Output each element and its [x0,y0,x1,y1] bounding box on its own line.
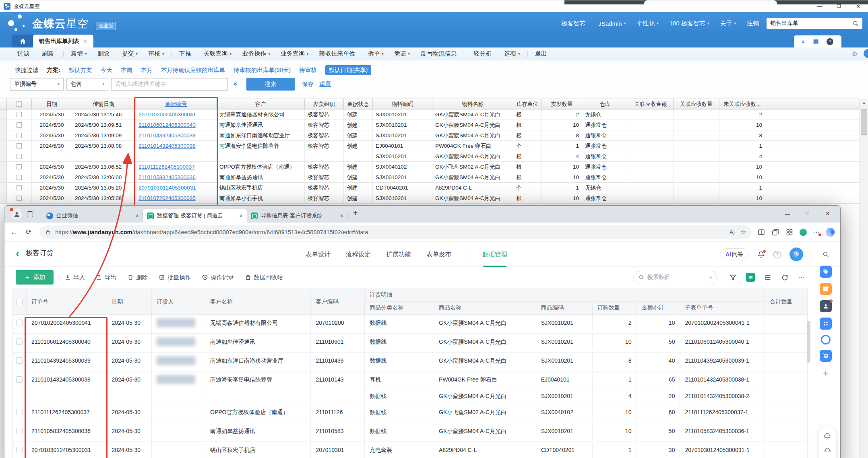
row-checkbox[interactable] [13,371,27,404]
search-icon[interactable] [853,21,859,27]
menu-item[interactable]: 提交 ▾ [117,50,143,58]
menu-item[interactable]: 关联查询 ▾ [198,50,237,58]
browser-tab[interactable]: 企业微信 × [42,209,143,223]
back-chevron-icon[interactable]: ‹ [16,247,19,260]
refresh-icon[interactable]: ⟳ [26,228,31,236]
operation-log-button[interactable]: 操作记录 [202,274,234,281]
table-row[interactable]: 2024/5/30 2024/5/30 13:25:46 20701020024… [0,109,868,120]
save-button[interactable]: 保存 [302,80,314,88]
close-tab-icon[interactable]: ✕ [83,38,88,44]
menu-item[interactable]: 业务操作 ▾ [237,50,275,58]
minimize-icon[interactable]: — [777,206,798,222]
bill-no-link[interactable]: 2110106012405300040 [138,122,196,128]
table-row[interactable]: 2024/5/30 2024/5/30 13:09:51 21101060124… [0,120,868,130]
table-row[interactable]: 2024/5/30 2024/5/30 13:09:09 21101043924… [0,130,868,141]
active-scheme-badge[interactable]: 默认日期(共享) [325,65,372,75]
order-line[interactable]: 数据线 GK小飞鱼SM02 A-C月光白 SJX0040102 10 60 21… [365,404,765,420]
bill-no-link[interactable]: 2110105832405300036 [138,174,196,180]
app-title[interactable]: 极客订货 [26,248,53,260]
browser-tab[interactable]: 导购信息表-客户订货系统 × [247,209,347,223]
close-tab-icon[interactable]: × [340,212,343,219]
header-menu-item[interactable]: 关于 ▾ [720,20,736,27]
nav-item[interactable]: 表单发布 [426,250,451,259]
bill-no-link[interactable]: 2070103012405300031 [138,185,196,191]
read-aloud-icon[interactable]: A) [730,229,735,235]
menu-item[interactable]: 退出 [530,50,554,58]
gear-icon[interactable]: ⚙ [852,50,858,58]
order-line[interactable]: 充电套装 A829PD04 C-L CDT0040201 1 30 207010… [365,442,765,458]
contacts-icon[interactable] [820,300,832,312]
menu-item[interactable]: 获取往来单位 [314,50,362,58]
minimize-icon[interactable]: — [810,0,829,12]
address-bar[interactable]: https://www.jiandaoyun.com/dashboard/app… [39,225,752,239]
header-menu-item[interactable]: 个性化 ▾ [637,20,659,27]
row-checkbox[interactable] [13,442,27,458]
col-date[interactable]: 日期 [107,289,152,314]
maximize-icon[interactable]: ❐ [829,0,849,12]
ai-qa-button[interactable]: AI问答 [720,248,749,260]
row-checkbox[interactable] [13,353,27,371]
reset-button[interactable]: 重置 [319,80,331,88]
close-tab-icon[interactable]: × [240,212,243,219]
order-line[interactable]: 数据线 GK小蛮腰SM04 A-C月光白 SJX0010201 4 20 211… [365,388,765,404]
col-unit[interactable]: 库存单位 [513,99,542,109]
scroll-up-icon[interactable]: ▲ [860,99,868,107]
row-checkbox[interactable] [13,404,27,423]
col-customer[interactable]: 客户 [217,99,305,109]
expand-filter-icon[interactable]: » [232,83,239,86]
row-checkbox[interactable] [7,183,32,193]
browser-profile-avatar[interactable] [11,208,22,220]
col-product-code[interactable]: 商品编码 [536,302,593,314]
cloud-icon[interactable] [824,432,831,439]
close-icon[interactable]: × [849,0,868,12]
row-checkbox[interactable] [7,172,32,182]
col-material-code[interactable]: 物料编码 [373,99,432,109]
tag-icon[interactable] [820,266,832,278]
back-icon[interactable]: ← [10,228,18,237]
menu-item[interactable]: 拆单 ▾ [362,50,389,58]
bill-no-link[interactable]: 2070102002405300041 [138,111,196,118]
menu-item[interactable]: 过滤 [12,50,37,58]
table-row[interactable]: 2024/5/30 2024/5/30 13:05:08 21101072024… [0,193,868,204]
row-checkbox[interactable] [13,423,27,441]
table-scrollbar-thumb[interactable] [807,321,810,363]
menu-item[interactable]: 下推 [174,50,198,58]
nav-item[interactable]: 扩展功能 [386,250,411,259]
order-line[interactable]: 数据线 GK小蛮腰SM04 A-C月光白 SJX0010201 8 40 211… [365,353,765,369]
menu-item[interactable]: 业务查询 ▾ [275,50,314,58]
tab-sales-delivery-list[interactable]: 销售出库单列表 ✕ [33,35,93,47]
row-checkbox[interactable] [7,120,32,130]
lock-icon[interactable] [45,229,51,235]
col-sub-form-no[interactable]: 子表单单号 [680,302,765,314]
row-checkbox[interactable] [7,151,32,161]
menu-item[interactable]: 凭证 ▾ [389,50,415,58]
new-tab-icon[interactable]: + [353,208,358,218]
col-orderer[interactable]: 订货人 [152,289,205,314]
row-checkbox[interactable] [7,141,32,151]
browser-tab[interactable]: 数据管理-极客订货 | 简道云 × [143,209,247,223]
menu-item[interactable]: 选项 ▾ [499,50,525,58]
col-customer-code[interactable]: 客户编码 [311,289,365,314]
col-order-qty[interactable]: 订购数量 [593,302,637,314]
scheme-link[interactable]: 待审核 [299,66,317,74]
bill-no-link[interactable]: 2110111262405300037 [138,164,195,170]
col-qty[interactable]: 实发数量 [542,99,582,109]
col-customer[interactable]: 客户名称 [205,289,311,314]
table-row[interactable]: SJX0010201 GK小蛮腰SM04 A-C月光白 根 4 通张常仓 4 [0,151,868,162]
refresh-icon[interactable] [781,274,789,281]
col-status[interactable]: 单据状态 [344,99,373,109]
workspaces-icon[interactable] [27,211,33,217]
menu-item[interactable] [466,51,466,57]
table-row[interactable]: 2024/5/30 2024/5/30 13:06:52 21101112624… [0,162,868,172]
col-category[interactable]: 商品分类名称 [365,302,434,314]
headset-icon[interactable] [824,446,831,454]
extensions-icon[interactable] [785,228,794,236]
filter-field-select[interactable]: 单据编号▾ [10,78,64,91]
archive-box-icon[interactable] [820,283,832,295]
col-ar-amount[interactable]: 关联应收金额 [628,99,674,109]
user-avatar[interactable]: 极 [789,248,803,261]
row-checkbox[interactable] [7,193,32,203]
menu-item[interactable]: 反写物流信息 [415,50,464,58]
filter-funnel-icon[interactable] [729,274,737,281]
order-row[interactable]: 2110111262405300037 2024-05-30 OPPO官方授权体… [13,404,807,423]
